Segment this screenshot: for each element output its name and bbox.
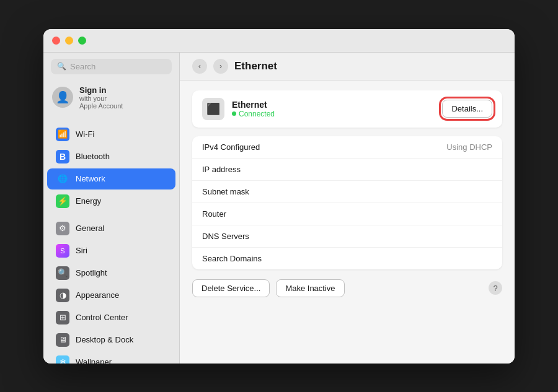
ethernet-device-icon: ⬛: [202, 98, 224, 120]
make-inactive-button[interactable]: Make Inactive: [276, 279, 344, 297]
search-placeholder: Search: [70, 62, 95, 71]
ip-address-label: IP address: [202, 165, 241, 174]
sidebar-label-wallpaper: Wallpaper: [76, 357, 112, 364]
sidebar: 🔍 Search 👤 Sign in with your Apple Accou…: [43, 53, 180, 364]
search-bar[interactable]: 🔍 Search: [51, 59, 172, 74]
sidebar-item-energy[interactable]: ⚡ Energy: [47, 191, 175, 212]
title-bar: [43, 29, 515, 53]
sidebar-item-appearance[interactable]: ◑ Appearance: [47, 285, 175, 306]
bluetooth-icon: B: [56, 150, 69, 163]
status-dot: [232, 111, 236, 116]
ethernet-name: Ethernet: [232, 100, 275, 110]
details-button[interactable]: Details...: [442, 100, 492, 118]
sidebar-item-siri[interactable]: S Siri: [47, 240, 175, 261]
info-table: IPv4 Configured Using DHCP IP address Su…: [192, 136, 502, 269]
search-domains-label: Search Domains: [202, 254, 262, 263]
back-button[interactable]: ‹: [192, 59, 207, 74]
table-row: Router: [192, 203, 502, 225]
avatar: 👤: [52, 87, 73, 108]
sidebar-label-siri: Siri: [76, 246, 87, 255]
control-center-icon: ⊞: [56, 311, 69, 324]
sidebar-label-network: Network: [76, 174, 105, 183]
sidebar-label-appearance: Appearance: [76, 290, 119, 300]
sign-in-text: Sign in with your Apple Account: [79, 85, 123, 110]
network-icon: 🌐: [56, 172, 69, 186]
sidebar-item-desktop-dock[interactable]: 🖥 Desktop & Dock: [47, 329, 175, 351]
table-row: IPv4 Configured Using DHCP: [192, 136, 502, 159]
main-content: ⬛ Ethernet Connected Details...: [180, 81, 515, 364]
settings-window: 🔍 Search 👤 Sign in with your Apple Accou…: [43, 29, 515, 364]
delete-service-button[interactable]: Delete Service...: [192, 279, 270, 297]
sidebar-item-general[interactable]: ⚙ General: [47, 218, 175, 239]
table-row: Subnet mask: [192, 181, 502, 203]
sidebar-item-network[interactable]: 🌐 Network: [47, 168, 175, 189]
main-panel: ‹ › Ethernet ⬛ Ethernet Connected: [180, 53, 515, 364]
sidebar-item-bluetooth[interactable]: B Bluetooth: [47, 146, 175, 167]
sidebar-item-wallpaper[interactable]: ❄ Wallpaper: [47, 352, 175, 364]
sidebar-label-desktop-dock: Desktop & Dock: [76, 335, 133, 344]
sign-in-line2: Apple Account: [79, 102, 123, 110]
sidebar-item-wifi[interactable]: 📶 Wi-Fi: [47, 124, 175, 145]
ethernet-card: ⬛ Ethernet Connected Details...: [192, 90, 502, 128]
sidebar-label-general: General: [76, 224, 104, 233]
search-icon: 🔍: [57, 62, 66, 71]
ethernet-details: Ethernet Connected: [232, 100, 275, 118]
siri-icon: S: [56, 244, 69, 258]
action-row: Delete Service... Make Inactive ?: [192, 279, 502, 297]
help-button[interactable]: ?: [489, 281, 502, 295]
table-row: IP address: [192, 159, 502, 181]
desktop-dock-icon: 🖥: [56, 333, 69, 347]
maximize-button[interactable]: [78, 37, 86, 45]
sidebar-label-wifi: Wi-Fi: [76, 129, 94, 139]
sign-in-title: Sign in: [79, 85, 123, 95]
page-title: Ethernet: [234, 60, 277, 72]
spotlight-icon: 🔍: [56, 266, 69, 280]
subnet-label: Subnet mask: [202, 187, 249, 196]
minimize-button[interactable]: [65, 37, 73, 45]
sidebar-label-bluetooth: Bluetooth: [76, 152, 110, 161]
wifi-icon: 📶: [56, 128, 69, 141]
table-row: Search Domains: [192, 248, 502, 269]
forward-button[interactable]: ›: [213, 59, 228, 74]
ethernet-status: Connected: [232, 110, 275, 118]
traffic-lights: [52, 37, 86, 45]
table-row: DNS Servers: [192, 225, 502, 248]
energy-icon: ⚡: [56, 194, 69, 208]
person-icon: 👤: [56, 90, 69, 104]
window-content: 🔍 Search 👤 Sign in with your Apple Accou…: [43, 53, 515, 364]
appearance-icon: ◑: [56, 289, 69, 302]
sidebar-item-control-center[interactable]: ⊞ Control Center: [47, 307, 175, 328]
ipv4-value: Using DHCP: [446, 142, 492, 152]
ipv4-label: IPv4 Configured: [202, 142, 260, 152]
router-label: Router: [202, 209, 226, 219]
general-icon: ⚙: [56, 222, 69, 235]
sign-in-item[interactable]: 👤 Sign in with your Apple Account: [43, 81, 179, 115]
sign-in-line1: with your: [79, 95, 123, 102]
close-button[interactable]: [52, 37, 60, 45]
sidebar-label-control-center: Control Center: [76, 313, 128, 322]
dns-label: DNS Servers: [202, 232, 249, 241]
main-header: ‹ › Ethernet: [180, 53, 515, 81]
sidebar-label-energy: Energy: [76, 196, 101, 206]
ethernet-info: ⬛ Ethernet Connected: [202, 98, 275, 120]
sidebar-item-spotlight[interactable]: 🔍 Spotlight: [47, 263, 175, 284]
sidebar-label-spotlight: Spotlight: [76, 268, 107, 277]
wallpaper-icon: ❄: [56, 355, 69, 364]
status-text: Connected: [239, 110, 275, 118]
